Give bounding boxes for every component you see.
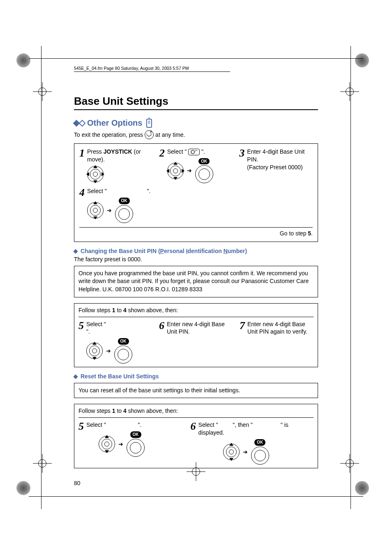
step-1-text-a: Press [87,148,104,155]
goto-b: 5 [308,230,311,237]
pin-heading-n: N [224,248,228,254]
follow-d: 4 [123,307,127,313]
step-number: 3 [239,148,244,171]
pin-heading-mid2: dentification [188,248,224,254]
diamond-icon [73,374,78,379]
title-rule [74,109,318,110]
step-number: 4 [79,187,85,223]
step-number: 5 [78,421,84,456]
ok-button-icon [115,205,133,223]
registration-mark [16,53,37,74]
step-1-text-b: JOYSTICK [104,148,132,155]
handset-icon [146,119,152,128]
pin-follow-box: Follow steps 1 to 4 shown above, then: 5… [74,303,318,367]
follow-e: shown above, then: [127,307,178,313]
registration-mark [355,481,376,502]
follow-a: Follow steps [78,408,112,414]
step-3: 3 Enter 4-digit Base Unit PIN. (Factory … [239,148,313,171]
pin-heading-p: P [160,248,164,254]
diamond-icon [79,120,86,127]
page-number: 80 [74,480,318,486]
joystick-4way-icon [167,163,184,179]
follow-a: Follow steps [78,307,112,313]
pin-s7-text: Enter new 4-digit Base Unit PIN again to… [247,320,314,336]
arrow-right-icon: ➜ [243,448,248,456]
joystick-updown-icon [87,202,104,219]
fm-header: 545E_E_04.fm Page 80 Saturday, August 30… [74,66,230,72]
arrow-right-icon: ➜ [187,167,192,175]
registration-mark [16,481,37,502]
joystick-updown-icon [86,343,103,359]
pin-sub: The factory preset is 0000. [74,256,318,263]
reset-heading-text: Reset the Base Unit Settings [81,373,159,380]
joystick-4way-icon [87,166,104,182]
arrow-right-icon: ➜ [118,440,123,448]
pin-step-6: 6 Enter new 4-digit Base Unit PIN. [159,320,233,336]
goto-c: . [311,230,313,237]
pin-s5-b: ". [86,328,90,335]
step-number: 7 [240,320,245,336]
ok-button-icon [251,447,269,465]
follow-header: Follow steps 1 to 4 shown above, then: [78,408,314,418]
step-3-text: Enter 4-digit Base Unit PIN. (Factory Pr… [247,148,313,171]
arrow-right-icon: ➜ [107,207,112,214]
svg-point-0 [191,150,194,154]
arrow-right-icon: ➜ [106,347,111,355]
registration-mark [355,53,376,74]
joystick-updown-icon [99,436,115,452]
follow-b: 1 [112,408,115,414]
reset-follow-box: Follow steps 1 to 4 shown above, then: 5… [74,404,318,468]
pin-heading-mid1: ersonal [164,248,186,254]
exit-instruction: To exit the operation, press at any time… [74,130,318,139]
follow-c: to [115,408,123,414]
reset-step-5: 5 Select " ". ➜ OK [78,421,184,456]
page-title: Base Unit Settings [74,95,318,108]
pin-warning-box: Once you have programmed the base unit P… [74,266,318,297]
power-off-icon [145,130,154,139]
go-to-step: Go to step 5. [79,227,313,237]
goto-a: Go to step [280,230,308,237]
step-number: 5 [78,320,84,364]
reset-step-6: 6 Select " ", then " " is displayed. ➜ [191,421,314,464]
ok-badge: OK [254,439,265,446]
step-number: 6 [159,320,164,336]
reset-s6-b: ", then " [233,421,253,428]
settings-gear-icon [188,149,200,155]
step-4: 4 Select " ". ➜ OK [79,187,168,223]
step-number: 1 [79,148,85,182]
ok-badge: OK [118,338,129,345]
step-1: 1 Press JOYSTICK (or move). [79,148,153,182]
ok-button-icon [114,345,132,364]
follow-b: 1 [112,307,115,313]
follow-c: to [115,307,123,313]
ok-badge: OK [119,198,130,204]
pin-heading-prefix: Changing the Base Unit PIN ( [81,248,160,254]
exit-prefix: To exit the operation, press [74,131,143,138]
pin-s5-a: Select " [86,321,106,327]
pin-step-7: 7 Enter new 4-digit Base Unit PIN again … [240,320,314,336]
diamond-icon [73,249,78,253]
step-number: 2 [159,148,165,183]
ok-button-icon [127,439,145,457]
subhead-reset: Reset the Base Unit Settings [74,373,318,380]
follow-e: shown above, then: [127,408,178,414]
step-2: 2 Select " ". ➜ OK [159,148,233,183]
section-title: Other Options [74,118,318,128]
steps-box: 1 Press JOYSTICK (or move). 2 [74,143,318,242]
pin-s6-text: Enter new 4-digit Base Unit PIN. [167,320,233,336]
follow-header: Follow steps 1 to 4 shown above, then: [78,307,314,317]
ok-button-icon [195,165,213,183]
reset-s5-a: Select " [86,421,106,428]
ok-badge: OK [198,158,210,165]
step-4-text-b: ". [147,188,151,194]
reset-note-box: You can reset all of the base unit setti… [74,383,318,398]
step-2-text-a: Select " [167,148,187,155]
follow-d: 4 [123,408,127,414]
joystick-updown-icon [223,444,240,460]
step-2-text-b: ". [201,148,205,155]
pin-step-5: 5 Select " ". ➜ OK [78,320,152,364]
section-title-text: Other Options [87,118,142,128]
exit-suffix: at any time. [155,131,185,138]
reset-s6-a: Select " [198,421,218,428]
reset-s5-b: ". [138,421,142,428]
